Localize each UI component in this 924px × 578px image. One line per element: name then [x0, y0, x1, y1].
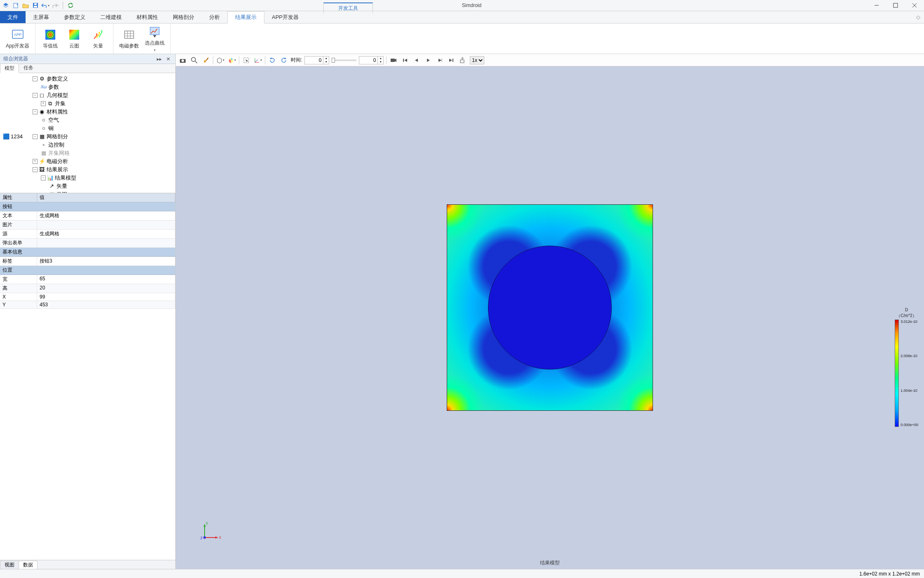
close-button[interactable] [905, 0, 924, 11]
tree-node[interactable]: 并集 [55, 99, 66, 108]
tree-node[interactable]: 铜 [48, 124, 54, 133]
file-menu[interactable]: 文件 [0, 11, 26, 23]
toggle-icon[interactable]: + [33, 159, 38, 164]
ribbon-pick-curve[interactable]: 选点曲线▾ [145, 25, 165, 52]
tree-node[interactable]: 结果展示 [47, 166, 68, 174]
prop-value[interactable]: 生成网格 [37, 230, 175, 239]
refresh-icon[interactable] [66, 1, 75, 9]
collapse-ribbon-icon[interactable]: ◇ [912, 11, 924, 23]
svg-text:x: x [219, 535, 221, 540]
tree-node[interactable]: 矢量 [57, 182, 67, 190]
prop-value[interactable] [37, 220, 175, 230]
maximize-button[interactable] [886, 0, 905, 11]
tree-node[interactable]: 几何模型 [47, 91, 68, 99]
prop-value[interactable]: 99 [37, 293, 175, 301]
brush-icon[interactable] [201, 56, 210, 65]
prop-value[interactable]: 65 [37, 275, 175, 284]
palette-cube-icon[interactable]: ▾ [227, 56, 236, 65]
redo-icon[interactable]: ▾ [51, 1, 59, 9]
prop-value[interactable]: 生成网格 [37, 211, 175, 220]
tab-param-def[interactable]: 参数定义 [57, 11, 93, 23]
toggle-icon[interactable]: − [33, 167, 38, 172]
ribbon-app-developer[interactable]: APP App开发器 [6, 28, 29, 50]
ribbon-em-params[interactable]: 电磁参数 [119, 28, 139, 50]
skip-first-icon[interactable] [401, 56, 410, 65]
undo-icon[interactable]: ▾ [41, 1, 50, 9]
cube-icon[interactable]: ▾ [216, 56, 225, 65]
minimize-button[interactable] [867, 0, 886, 11]
tab-data[interactable]: 数据 [19, 561, 38, 569]
time-start-spinner[interactable]: ▴▾ [304, 56, 329, 64]
svg-text:z: z [200, 535, 203, 540]
tree-node[interactable]: 参数定义 [47, 75, 68, 83]
tab-mesh[interactable]: 网格剖分 [165, 11, 202, 23]
toggle-icon[interactable]: − [33, 109, 38, 114]
tab-home[interactable]: 主屏幕 [26, 11, 57, 23]
time-end-input[interactable] [359, 57, 377, 64]
prop-category[interactable]: 位置 [0, 266, 175, 275]
axes-icon[interactable]: ▾ [253, 56, 262, 65]
new-icon[interactable] [12, 1, 20, 9]
time-end-spinner[interactable]: ▴▾ [359, 56, 384, 64]
ribbon-label: 矢量 [93, 43, 103, 50]
tab-2d-model[interactable]: 二维建模 [93, 11, 129, 23]
tab-results[interactable]: 结果展示 [227, 11, 264, 24]
open-icon[interactable] [21, 1, 30, 9]
export-icon[interactable] [458, 56, 467, 65]
record-icon[interactable] [389, 56, 398, 65]
panel-collapse-icon[interactable]: ▸▸ [156, 55, 163, 63]
left-bottom-tabs: 视图 数据 [0, 560, 175, 569]
zoom-icon[interactable] [190, 56, 199, 65]
tree-node[interactable]: 并集网格 [48, 149, 70, 157]
prop-value[interactable]: 20 [37, 284, 175, 293]
time-start-input[interactable] [305, 57, 323, 64]
toggle-icon[interactable]: − [41, 175, 46, 180]
tab-analysis[interactable]: 分析 [202, 11, 227, 23]
prop-category[interactable]: 按钮 [0, 202, 175, 211]
rotate-cw-icon[interactable] [268, 56, 277, 65]
prop-value[interactable] [37, 239, 175, 248]
ribbon-cloud[interactable]: 云图 [65, 28, 83, 50]
tree-node[interactable]: 参数 [48, 83, 59, 91]
tab-tasks[interactable]: 任务 [19, 63, 38, 73]
legend-tick: 2.008e-10 [900, 354, 918, 358]
ribbon-label: App开发器 [6, 43, 29, 50]
ribbon-vector[interactable]: 矢量 [89, 28, 107, 50]
time-slider[interactable] [332, 59, 356, 61]
tree-node[interactable]: 空气 [48, 116, 59, 124]
tab-model[interactable]: 模型 [0, 64, 19, 73]
tree-node[interactable]: 边控制 [48, 141, 64, 149]
toggle-icon[interactable]: − [33, 76, 38, 81]
tree-node[interactable]: 材料属性 [47, 108, 68, 116]
toggle-icon[interactable]: − [33, 93, 38, 98]
tab-material[interactable]: 材料属性 [129, 11, 165, 23]
select-icon[interactable] [242, 56, 251, 65]
tree-node[interactable]: 网格剖分 [47, 133, 68, 141]
svg-marker-23 [98, 31, 100, 33]
toggle-icon[interactable]: − [33, 134, 38, 139]
tab-view[interactable]: 视图 [0, 561, 19, 569]
step-back-icon[interactable] [412, 56, 421, 65]
tree-root[interactable]: 1234 [11, 133, 23, 141]
tab-app-dev[interactable]: APP开发器 [264, 11, 306, 23]
tree-node[interactable]: 电磁分析 [47, 157, 68, 166]
prop-value[interactable]: 453 [37, 301, 175, 309]
speed-select[interactable]: 1x [470, 56, 484, 64]
prop-category[interactable]: 基本信息 [0, 248, 175, 257]
play-icon[interactable] [424, 56, 433, 65]
skip-last-icon[interactable] [447, 56, 456, 65]
viewport-canvas[interactable]: x y z D （C/m^2） 3.012e-10 2.008e-10 1.00… [176, 66, 924, 569]
ribbon-contour[interactable]: 等值线 [41, 28, 59, 50]
layers-icon[interactable] [2, 1, 10, 9]
panel-close-icon[interactable]: ✕ [165, 55, 172, 63]
prop-value[interactable]: 按钮3 [37, 257, 175, 266]
step-forward-icon[interactable] [435, 56, 444, 65]
rotate-ccw-icon[interactable] [279, 56, 288, 65]
svg-marker-51 [415, 59, 418, 62]
camera-icon[interactable] [178, 56, 187, 65]
toggle-icon[interactable]: + [41, 101, 46, 106]
model-tree[interactable]: 🟦1234 −⚙参数定义 Xω参数 −◻几何模型 +⧉并集 −◉材料属性 ○空气… [0, 73, 175, 193]
legend-tick: 3.012e-10 [900, 320, 918, 324]
save-icon[interactable] [31, 1, 40, 9]
tree-node[interactable]: 结果模型 [55, 174, 76, 182]
